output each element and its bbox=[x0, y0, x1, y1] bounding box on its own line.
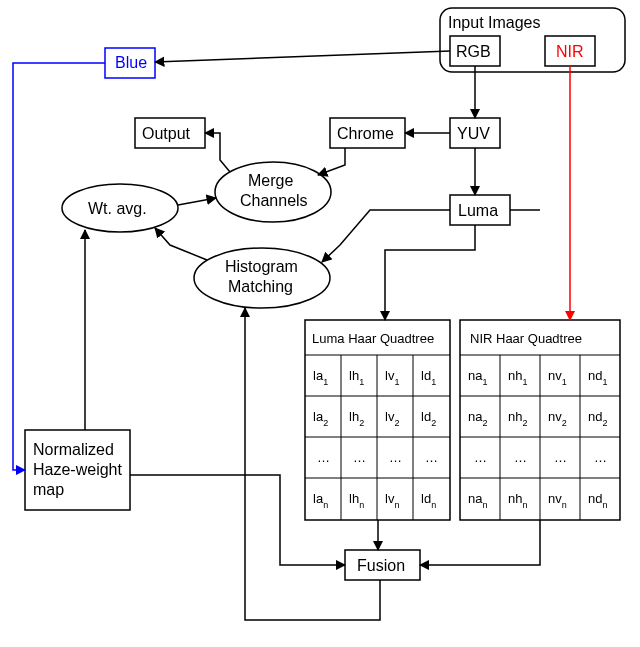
cell: la1 bbox=[313, 368, 328, 387]
luma-node: Luma bbox=[450, 195, 510, 225]
merge-channels-l2: Channels bbox=[240, 192, 308, 209]
hist-l1: Histogram bbox=[225, 258, 298, 275]
cell: ldn bbox=[421, 491, 436, 510]
edge-rgb-blue bbox=[155, 51, 450, 62]
cell: ld2 bbox=[421, 409, 436, 428]
cell: … bbox=[389, 450, 402, 465]
output-node: Output bbox=[135, 118, 205, 148]
cell: … bbox=[317, 450, 330, 465]
cell: ndn bbox=[588, 491, 607, 510]
edge-blue-normalized bbox=[13, 63, 105, 470]
cell: lv1 bbox=[385, 368, 399, 387]
cell: nv2 bbox=[548, 409, 567, 428]
chrome-label: Chrome bbox=[337, 125, 394, 142]
cell: nh2 bbox=[508, 409, 527, 428]
nhwm-l1: Normalized bbox=[33, 441, 114, 458]
yuv-node: YUV bbox=[450, 118, 500, 148]
cell: … bbox=[594, 450, 607, 465]
wt-avg-node: Wt. avg. bbox=[62, 184, 178, 232]
merge-channels-node: Merge Channels bbox=[215, 162, 331, 222]
cell: … bbox=[514, 450, 527, 465]
chrome-node: Chrome bbox=[330, 118, 405, 148]
nir-label: NIR bbox=[556, 43, 584, 60]
merge-channels-l1: Merge bbox=[248, 172, 293, 189]
cell: ld1 bbox=[421, 368, 436, 387]
luma-table-title: Luma Haar Quadtree bbox=[312, 331, 434, 346]
cell: nd2 bbox=[588, 409, 607, 428]
fusion-node: Fusion bbox=[345, 550, 420, 580]
input-images-group: Input Images RGB NIR bbox=[440, 8, 625, 72]
nir-table-title: NIR Haar Quadtree bbox=[470, 331, 582, 346]
cell: nh1 bbox=[508, 368, 527, 387]
edge-luma-lumatable bbox=[385, 225, 475, 320]
cell: … bbox=[554, 450, 567, 465]
cell: lan bbox=[313, 491, 328, 510]
hist-l2: Matching bbox=[228, 278, 293, 295]
luma-label: Luma bbox=[458, 202, 498, 219]
edge-hist-wtavg bbox=[155, 228, 207, 260]
cell: nhn bbox=[508, 491, 527, 510]
histogram-matching-node: Histogram Matching bbox=[194, 248, 330, 308]
input-images-label: Input Images bbox=[448, 14, 541, 31]
edge-luma-hist bbox=[322, 210, 450, 262]
cell: lv2 bbox=[385, 409, 399, 428]
wt-avg-label: Wt. avg. bbox=[88, 200, 147, 217]
nir-haar-quadtree-table: NIR Haar Quadtree na1 nh1 nv1 nd1 na2 nh… bbox=[460, 320, 620, 520]
rgb-label: RGB bbox=[456, 43, 491, 60]
normalized-haze-weight-map-node: Normalized Haze-weight map bbox=[25, 430, 130, 510]
cell: lhn bbox=[349, 491, 364, 510]
output-label: Output bbox=[142, 125, 191, 142]
blue-node: Blue bbox=[105, 48, 155, 78]
cell: nan bbox=[468, 491, 487, 510]
cell: … bbox=[425, 450, 438, 465]
cell: na2 bbox=[468, 409, 487, 428]
nhwm-l3: map bbox=[33, 481, 64, 498]
edge-chrome-merge bbox=[318, 148, 345, 175]
cell: na1 bbox=[468, 368, 487, 387]
cell: lh1 bbox=[349, 368, 364, 387]
edge-nirtable-fusion bbox=[420, 520, 540, 565]
yuv-label: YUV bbox=[457, 125, 490, 142]
luma-haar-quadtree-table: Luma Haar Quadtree la1 lh1 lv1 ld1 la2 l… bbox=[305, 320, 450, 520]
fusion-label: Fusion bbox=[357, 557, 405, 574]
cell: nd1 bbox=[588, 368, 607, 387]
cell: lvn bbox=[385, 491, 399, 510]
edge-wtavg-merge bbox=[178, 198, 216, 205]
nhwm-l2: Haze-weight bbox=[33, 461, 122, 478]
cell: la2 bbox=[313, 409, 328, 428]
cell: lh2 bbox=[349, 409, 364, 428]
edge-merge-output bbox=[205, 133, 230, 172]
cell: … bbox=[474, 450, 487, 465]
blue-label: Blue bbox=[115, 54, 147, 71]
cell: nvn bbox=[548, 491, 567, 510]
cell: … bbox=[353, 450, 366, 465]
cell: nv1 bbox=[548, 368, 567, 387]
